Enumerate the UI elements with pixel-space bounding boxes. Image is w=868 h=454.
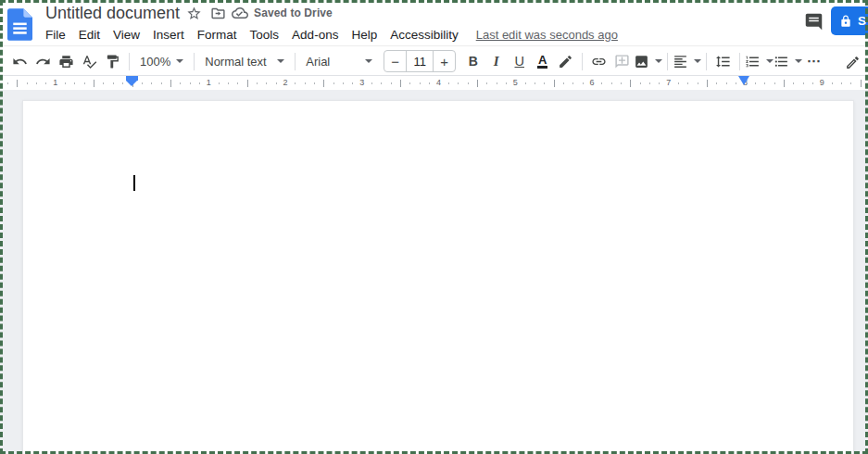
ruler-tick bbox=[486, 82, 487, 84]
ruler-tick bbox=[17, 80, 18, 87]
dropdown-arrow-icon bbox=[277, 59, 284, 63]
spellcheck-icon bbox=[82, 54, 97, 69]
highlight-color-button[interactable] bbox=[554, 49, 577, 73]
left-indent-icon[interactable] bbox=[126, 81, 137, 86]
redo-icon bbox=[35, 54, 51, 69]
insert-link-button[interactable] bbox=[587, 49, 610, 73]
ruler-tick bbox=[812, 82, 813, 84]
menu-edit[interactable]: Edit bbox=[72, 26, 107, 44]
ruler-tick bbox=[774, 82, 775, 84]
italic-button[interactable]: I bbox=[484, 49, 508, 73]
decrease-font-size-button[interactable]: − bbox=[384, 50, 406, 72]
paragraph-style-dropdown[interactable]: Normal text bbox=[199, 49, 290, 73]
comment-icon bbox=[804, 12, 824, 32]
saved-status-label: Saved to Drive bbox=[254, 6, 333, 19]
edit-mode-pencil-icon bbox=[845, 55, 861, 70]
paint-format-button[interactable] bbox=[101, 49, 124, 73]
menu-addons[interactable]: Add-ons bbox=[285, 26, 345, 44]
ruler-tick bbox=[122, 82, 123, 84]
horizontal-ruler[interactable]: 1123456789 bbox=[0, 76, 868, 90]
menu-accessibility[interactable]: Accessibility bbox=[384, 26, 465, 44]
menu-help[interactable]: Help bbox=[345, 26, 384, 44]
ruler-tick bbox=[199, 82, 200, 84]
share-button[interactable]: S bbox=[831, 6, 868, 35]
ruler-tick bbox=[861, 80, 862, 87]
menu-tools[interactable]: Tools bbox=[244, 26, 286, 44]
ruler-tick bbox=[841, 82, 842, 84]
add-comment-icon bbox=[614, 54, 630, 69]
menu-view[interactable]: View bbox=[107, 26, 146, 44]
undo-icon bbox=[12, 54, 28, 69]
toolbar-divider bbox=[582, 53, 583, 70]
zoom-dropdown[interactable]: 100% bbox=[134, 49, 189, 73]
line-spacing-button[interactable] bbox=[711, 49, 735, 73]
text-color-button[interactable]: A bbox=[531, 49, 554, 73]
ruler-tick bbox=[640, 82, 641, 84]
editing-mode-button[interactable] bbox=[841, 50, 864, 74]
toolbar-divider bbox=[739, 53, 740, 70]
right-indent-marker[interactable] bbox=[738, 76, 749, 85]
ruler-tick bbox=[391, 82, 392, 84]
menu-insert[interactable]: Insert bbox=[146, 26, 191, 44]
font-family-dropdown[interactable]: Arial bbox=[300, 49, 378, 73]
dropdown-arrow-icon bbox=[795, 59, 802, 63]
ruler-tick bbox=[687, 82, 688, 84]
ruler-number: 3 bbox=[359, 78, 364, 87]
spellcheck-button[interactable] bbox=[78, 49, 101, 73]
ruler-number: 1 bbox=[207, 78, 211, 87]
bulleted-list-icon bbox=[774, 54, 789, 69]
ruler-tick bbox=[649, 82, 650, 84]
underline-button[interactable]: U bbox=[508, 49, 531, 73]
ruler-tick bbox=[793, 82, 794, 84]
share-button-label: S bbox=[858, 14, 866, 28]
insert-image-button[interactable] bbox=[634, 49, 662, 73]
google-docs-window: Untitled document Saved to Drive File Ed… bbox=[0, 0, 868, 454]
ruler-tick bbox=[611, 82, 612, 84]
saved-to-drive-status[interactable]: Saved to Drive bbox=[232, 5, 333, 21]
print-button[interactable] bbox=[55, 49, 78, 73]
ruler-tick bbox=[276, 82, 277, 84]
insert-image-icon bbox=[634, 54, 649, 69]
ruler-tick bbox=[458, 82, 459, 84]
ruler-tick bbox=[170, 80, 171, 87]
cloud-done-icon bbox=[232, 5, 248, 21]
google-docs-logo-icon[interactable] bbox=[7, 8, 32, 41]
dropdown-arrow-icon bbox=[694, 59, 701, 63]
ruler-tick bbox=[45, 82, 46, 84]
open-comments-button[interactable] bbox=[800, 9, 826, 33]
document-page[interactable] bbox=[22, 100, 854, 454]
ruler-tick bbox=[678, 82, 679, 84]
ruler-tick bbox=[832, 82, 833, 84]
ruler-tick bbox=[755, 82, 756, 84]
ruler-tick bbox=[295, 82, 296, 84]
bulleted-list-button[interactable] bbox=[774, 49, 802, 73]
toolbar-divider bbox=[706, 53, 707, 70]
document-title[interactable]: Untitled document bbox=[44, 4, 182, 23]
ruler-tick bbox=[323, 80, 324, 87]
menu-format[interactable]: Format bbox=[191, 26, 244, 44]
bold-icon: B bbox=[469, 54, 478, 69]
ruler-tick bbox=[477, 80, 478, 87]
star-icon[interactable] bbox=[182, 2, 206, 24]
align-button[interactable] bbox=[673, 49, 701, 73]
ruler-tick bbox=[572, 82, 573, 84]
ruler-tick bbox=[764, 82, 765, 84]
ruler-number: 6 bbox=[589, 78, 594, 87]
document-title-row: Untitled document Saved to Drive bbox=[44, 2, 333, 24]
redo-button[interactable] bbox=[31, 49, 55, 73]
last-edit-link[interactable]: Last edit was seconds ago bbox=[476, 28, 618, 42]
undo-button[interactable] bbox=[8, 49, 31, 73]
dropdown-arrow-icon bbox=[655, 59, 662, 63]
ruler-tick bbox=[161, 82, 162, 84]
numbered-list-button[interactable] bbox=[745, 49, 774, 73]
left-indent-marker[interactable] bbox=[126, 76, 138, 86]
menu-file[interactable]: File bbox=[39, 26, 72, 44]
bold-button[interactable]: B bbox=[461, 49, 484, 73]
font-size-input[interactable]: 11 bbox=[406, 50, 434, 72]
move-to-folder-icon[interactable] bbox=[206, 2, 230, 24]
paint-format-icon bbox=[105, 54, 120, 69]
highlighter-icon bbox=[558, 54, 573, 69]
more-options-button[interactable]: ⋯ bbox=[802, 49, 825, 73]
increase-font-size-button[interactable]: + bbox=[434, 50, 455, 72]
add-comment-button[interactable] bbox=[610, 49, 634, 73]
